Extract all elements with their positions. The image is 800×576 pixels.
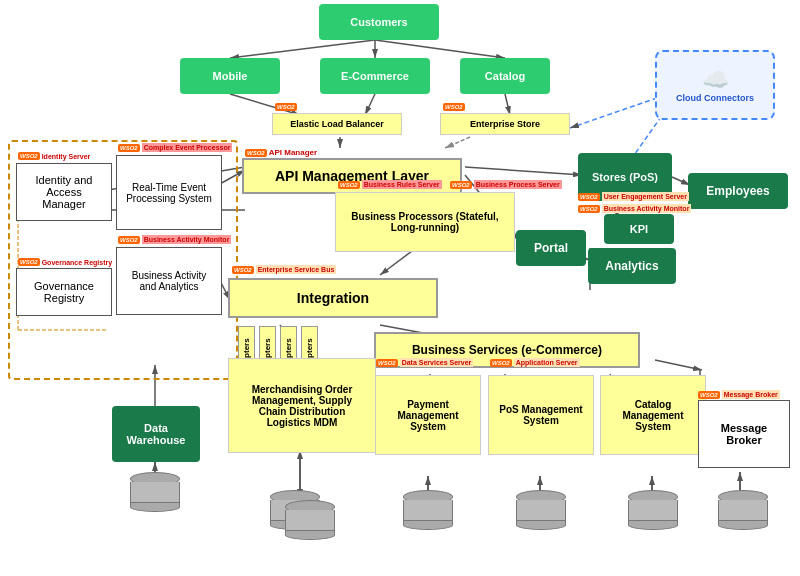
- bam2-text: Business Activity Monitor: [602, 204, 692, 213]
- merchandising-node: Merchandising Order Management, Supply C…: [228, 358, 376, 453]
- enterprise-store-node: WSO2 Enterprise Store: [440, 113, 570, 135]
- governance-node: Governance Registry: [16, 268, 112, 316]
- db-body-1: [130, 482, 180, 504]
- realtime-node: Real-Time Event Processing System: [116, 155, 222, 230]
- svg-line-12: [465, 167, 582, 175]
- catalog-mgmt-label: Catalog Management System: [609, 399, 697, 432]
- db-body-6: [718, 500, 768, 522]
- wso2-logo-brs: WSO2: [338, 181, 360, 189]
- architecture-diagram: Customers Mobile E-Commerce Catalog ☁️ C…: [0, 0, 800, 576]
- svg-line-7: [365, 94, 375, 115]
- wso2-logo-cep: WSO2: [118, 144, 140, 152]
- db-bottom-6: [718, 520, 768, 530]
- iam-label: Identity and Access Manager: [25, 174, 103, 210]
- enterprise-store-label: Enterprise Store: [470, 119, 540, 129]
- wso2-logo-bps: WSO2: [450, 181, 472, 189]
- db-bottom-4: [516, 520, 566, 530]
- wso2-logo-es: WSO2: [443, 103, 465, 111]
- business-processors-label: Business Processors (Stateful, Long-runn…: [344, 211, 506, 233]
- load-balancer-label: Elastic Load Balancer: [290, 119, 384, 129]
- wso2-logo-bam: WSO2: [118, 236, 140, 244]
- svg-line-22: [655, 360, 702, 370]
- analytics-label: Analytics: [605, 259, 658, 273]
- ecommerce-node: E-Commerce: [320, 58, 430, 94]
- wso2-logo-bam2: WSO2: [578, 205, 600, 213]
- pos-mgmt-node: PoS Management System: [488, 375, 594, 455]
- db-bottom-3: [403, 520, 453, 530]
- esb-badge: WSO2 Enterprise Service Bus: [232, 265, 336, 274]
- ue-server-badge: WSO2 User Engagement Server: [578, 192, 689, 201]
- wso2-logo-mb: WSO2: [698, 391, 720, 399]
- bp-server-badge: WSO2 Business Process Server: [450, 180, 562, 189]
- wso2-logo-gov: WSO2: [18, 258, 40, 266]
- app-server-badge: WSO2 Application Server: [490, 358, 580, 367]
- kpi-node: KPI: [604, 214, 674, 244]
- db-cylinder-2b: [285, 500, 335, 540]
- wso2-logo-ds: WSO2: [376, 359, 398, 367]
- customers-node: Customers: [319, 4, 439, 40]
- db-cylinder-1: [130, 472, 180, 512]
- load-balancer-node: WSO2 Elastic Load Balancer: [272, 113, 402, 135]
- pos-mgmt-label: PoS Management System: [497, 404, 585, 426]
- governance-badge: WSO2 Governance Registry: [18, 258, 112, 266]
- identity-server-text: Identity Server: [42, 153, 91, 160]
- governance-badge-text: Governance Registry: [42, 259, 112, 266]
- data-warehouse-node: Data Warehouse: [112, 406, 200, 462]
- stores-label: Stores (PoS): [592, 171, 658, 183]
- catalog-label: Catalog: [485, 70, 525, 82]
- db-body-2b: [285, 510, 335, 532]
- svg-line-3: [230, 40, 375, 58]
- api-manager-text: API Manager: [269, 148, 317, 157]
- portal-node: Portal: [516, 230, 586, 266]
- wso2-logo-ues: WSO2: [578, 193, 600, 201]
- esb-text: Enterprise Service Bus: [256, 265, 337, 274]
- ecommerce-label: E-Commerce: [341, 70, 409, 82]
- analytics-node: Analytics: [588, 248, 676, 284]
- message-broker-label: Message Broker: [707, 422, 781, 446]
- employees-node: Employees: [688, 173, 788, 209]
- iam-node: Identity and Access Manager: [16, 163, 112, 221]
- msg-broker-badge: WSO2 Message Broker: [698, 390, 780, 399]
- mobile-label: Mobile: [213, 70, 248, 82]
- brs-text: Business Rules Server: [362, 180, 442, 189]
- db-body-4: [516, 500, 566, 522]
- business-services-label: Business Services (e-Commerce): [412, 343, 602, 357]
- identity-server-badge: WSO2 Identity Server: [18, 152, 90, 160]
- portal-label: Portal: [534, 241, 568, 255]
- merchandising-label: Merchandising Order Management, Supply C…: [237, 384, 367, 428]
- message-broker-node: Message Broker: [698, 400, 790, 468]
- data-warehouse-label: Data Warehouse: [122, 422, 190, 446]
- svg-line-10: [445, 137, 470, 148]
- bam-badge: WSO2 Business Activity Monitor: [118, 235, 231, 244]
- db-bottom-5: [628, 520, 678, 530]
- db-cylinder-3: [403, 490, 453, 530]
- ba-monitor-badge: WSO2 Business Activity Monitor: [578, 204, 691, 213]
- db-cylinder-5: [628, 490, 678, 530]
- db-cylinder-6: [718, 490, 768, 530]
- bps-text: Business Process Server: [474, 180, 562, 189]
- catalog-node: Catalog: [460, 58, 550, 94]
- payment-label: Payment Management System: [384, 399, 472, 432]
- data-services-badge: WSO2 Data Services Server: [376, 358, 473, 367]
- governance-label: Governance Registry: [25, 280, 103, 304]
- integration-label: Integration: [297, 290, 369, 306]
- db-body-3: [403, 500, 453, 522]
- as-text: Application Server: [514, 358, 580, 367]
- wso2-logo-esb: WSO2: [232, 266, 254, 274]
- customers-label: Customers: [350, 16, 407, 28]
- ues-text: User Engagement Server: [602, 192, 689, 201]
- integration-node: Integration: [228, 278, 438, 318]
- cloud-box: ☁️ Cloud Connectors: [655, 50, 775, 120]
- db-bottom-1: [130, 502, 180, 512]
- business-rules-badge: WSO2 Business Rules Server: [338, 180, 442, 189]
- ds-text: Data Services Server: [400, 358, 474, 367]
- db-bottom-2b: [285, 530, 335, 540]
- wso2-logo-as: WSO2: [490, 359, 512, 367]
- db-body-5: [628, 500, 678, 522]
- realtime-label: Real-Time Event Processing System: [125, 182, 213, 204]
- bam-text: Business Activity Monitor: [142, 235, 232, 244]
- api-manager-badge: WSO2 API Manager: [245, 148, 317, 157]
- db-cyl-2b: [285, 500, 335, 540]
- business-processors-node: Business Processors (Stateful, Long-runn…: [335, 192, 515, 252]
- wso2-logo-lb: WSO2: [275, 103, 297, 111]
